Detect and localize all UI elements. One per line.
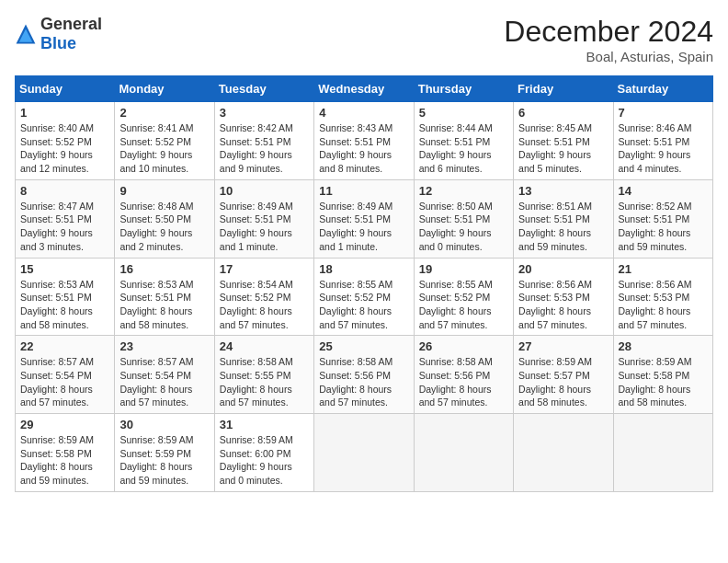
day-number: 5 xyxy=(419,106,508,120)
empty-cell xyxy=(414,414,513,492)
header-saturday: Saturday xyxy=(613,76,712,102)
day-details: Sunrise: 8:57 AMSunset: 5:54 PMDaylight:… xyxy=(119,356,193,408)
logo-icon xyxy=(15,23,37,45)
day-details: Sunrise: 8:56 AMSunset: 5:53 PMDaylight:… xyxy=(619,279,692,330)
day-cell: 17 Sunrise: 8:54 AMSunset: 5:52 PMDaylig… xyxy=(214,258,313,336)
day-details: Sunrise: 8:59 AMSunset: 5:57 PMDaylight:… xyxy=(518,356,592,408)
day-cell: 29 Sunrise: 8:59 AMSunset: 5:58 PMDaylig… xyxy=(16,414,115,492)
day-details: Sunrise: 8:44 AMSunset: 5:51 PMDaylight:… xyxy=(419,122,493,174)
header-tuesday: Tuesday xyxy=(214,76,313,102)
header-thursday: Thursday xyxy=(414,76,513,102)
day-number: 6 xyxy=(518,106,608,120)
day-number: 22 xyxy=(20,339,109,353)
day-cell: 9 Sunrise: 8:48 AMSunset: 5:50 PMDayligh… xyxy=(115,179,214,258)
day-cell: 27 Sunrise: 8:59 AMSunset: 5:57 PMDaylig… xyxy=(514,336,613,414)
day-cell: 10 Sunrise: 8:49 AMSunset: 5:51 PMDaylig… xyxy=(214,179,313,258)
day-number: 21 xyxy=(619,262,708,276)
day-cell: 4 Sunrise: 8:43 AMSunset: 5:51 PMDayligh… xyxy=(314,102,414,180)
day-details: Sunrise: 8:59 AMSunset: 5:58 PMDaylight:… xyxy=(20,434,94,486)
day-cell: 2 Sunrise: 8:41 AMSunset: 5:52 PMDayligh… xyxy=(115,102,214,180)
header-wednesday: Wednesday xyxy=(314,76,414,102)
calendar-week-row: 8 Sunrise: 8:47 AMSunset: 5:51 PMDayligh… xyxy=(16,179,713,258)
day-number: 24 xyxy=(220,339,309,353)
day-cell: 21 Sunrise: 8:56 AMSunset: 5:53 PMDaylig… xyxy=(613,258,712,336)
logo-general: General xyxy=(40,15,102,33)
day-number: 16 xyxy=(119,262,209,276)
day-number: 8 xyxy=(20,184,109,198)
logo-text: General Blue xyxy=(40,15,102,53)
day-number: 2 xyxy=(119,106,209,120)
day-cell: 24 Sunrise: 8:58 AMSunset: 5:55 PMDaylig… xyxy=(214,336,313,414)
day-details: Sunrise: 8:51 AMSunset: 5:51 PMDaylight:… xyxy=(518,201,592,252)
calendar-week-row: 29 Sunrise: 8:59 AMSunset: 5:58 PMDaylig… xyxy=(16,414,713,492)
day-cell: 22 Sunrise: 8:57 AMSunset: 5:54 PMDaylig… xyxy=(16,336,115,414)
day-details: Sunrise: 8:42 AMSunset: 5:51 PMDaylight:… xyxy=(220,122,293,174)
day-details: Sunrise: 8:49 AMSunset: 5:51 PMDaylight:… xyxy=(220,201,293,252)
calendar-week-row: 1 Sunrise: 8:40 AMSunset: 5:52 PMDayligh… xyxy=(16,102,713,180)
day-cell: 12 Sunrise: 8:50 AMSunset: 5:51 PMDaylig… xyxy=(414,179,513,258)
day-number: 7 xyxy=(619,106,708,120)
day-details: Sunrise: 8:48 AMSunset: 5:50 PMDaylight:… xyxy=(119,201,193,252)
day-details: Sunrise: 8:46 AMSunset: 5:51 PMDaylight:… xyxy=(619,122,692,174)
day-cell: 19 Sunrise: 8:55 AMSunset: 5:52 PMDaylig… xyxy=(414,258,513,336)
day-cell: 31 Sunrise: 8:59 AMSunset: 6:00 PMDaylig… xyxy=(214,414,313,492)
day-details: Sunrise: 8:58 AMSunset: 5:56 PMDaylight:… xyxy=(419,356,493,408)
day-number: 13 xyxy=(518,184,608,198)
day-cell: 18 Sunrise: 8:55 AMSunset: 5:52 PMDaylig… xyxy=(314,258,414,336)
day-number: 9 xyxy=(119,184,209,198)
header-monday: Monday xyxy=(115,76,214,102)
empty-cell xyxy=(514,414,613,492)
day-cell: 30 Sunrise: 8:59 AMSunset: 5:59 PMDaylig… xyxy=(115,414,214,492)
header-sunday: Sunday xyxy=(16,76,115,102)
day-number: 15 xyxy=(20,262,109,276)
day-details: Sunrise: 8:59 AMSunset: 6:00 PMDaylight:… xyxy=(220,434,293,486)
logo: General Blue xyxy=(15,15,102,53)
day-details: Sunrise: 8:49 AMSunset: 5:51 PMDaylight:… xyxy=(319,201,392,252)
day-cell: 26 Sunrise: 8:58 AMSunset: 5:56 PMDaylig… xyxy=(414,336,513,414)
day-details: Sunrise: 8:50 AMSunset: 5:51 PMDaylight:… xyxy=(419,201,493,252)
calendar-week-row: 15 Sunrise: 8:53 AMSunset: 5:51 PMDaylig… xyxy=(16,258,713,336)
header-friday: Friday xyxy=(514,76,613,102)
day-cell: 25 Sunrise: 8:58 AMSunset: 5:56 PMDaylig… xyxy=(314,336,414,414)
month-title: December 2024 xyxy=(504,15,713,49)
title-area: December 2024 Boal, Asturias, Spain xyxy=(504,15,713,64)
empty-cell xyxy=(613,414,712,492)
day-details: Sunrise: 8:59 AMSunset: 5:59 PMDaylight:… xyxy=(119,434,193,486)
day-cell: 5 Sunrise: 8:44 AMSunset: 5:51 PMDayligh… xyxy=(414,102,513,180)
day-details: Sunrise: 8:55 AMSunset: 5:52 PMDaylight:… xyxy=(419,279,493,330)
day-number: 29 xyxy=(20,418,109,431)
day-details: Sunrise: 8:43 AMSunset: 5:51 PMDaylight:… xyxy=(319,122,392,174)
day-cell: 15 Sunrise: 8:53 AMSunset: 5:51 PMDaylig… xyxy=(16,258,115,336)
day-details: Sunrise: 8:41 AMSunset: 5:52 PMDaylight:… xyxy=(119,122,193,174)
day-number: 23 xyxy=(119,339,209,353)
day-cell: 6 Sunrise: 8:45 AMSunset: 5:51 PMDayligh… xyxy=(514,102,613,180)
day-number: 25 xyxy=(319,339,408,353)
calendar-table: Sunday Monday Tuesday Wednesday Thursday… xyxy=(15,75,713,492)
day-details: Sunrise: 8:53 AMSunset: 5:51 PMDaylight:… xyxy=(119,279,193,330)
day-details: Sunrise: 8:55 AMSunset: 5:52 PMDaylight:… xyxy=(319,279,392,330)
day-details: Sunrise: 8:56 AMSunset: 5:53 PMDaylight:… xyxy=(518,279,592,330)
location-subtitle: Boal, Asturias, Spain xyxy=(504,49,713,64)
day-cell: 20 Sunrise: 8:56 AMSunset: 5:53 PMDaylig… xyxy=(514,258,613,336)
day-cell: 13 Sunrise: 8:51 AMSunset: 5:51 PMDaylig… xyxy=(514,179,613,258)
day-number: 10 xyxy=(220,184,309,198)
day-cell: 8 Sunrise: 8:47 AMSunset: 5:51 PMDayligh… xyxy=(16,179,115,258)
day-details: Sunrise: 8:52 AMSunset: 5:51 PMDaylight:… xyxy=(619,201,692,252)
day-number: 17 xyxy=(220,262,309,276)
day-details: Sunrise: 8:40 AMSunset: 5:52 PMDaylight:… xyxy=(20,122,94,174)
day-details: Sunrise: 8:58 AMSunset: 5:56 PMDaylight:… xyxy=(319,356,392,408)
day-number: 27 xyxy=(518,339,608,353)
day-cell: 3 Sunrise: 8:42 AMSunset: 5:51 PMDayligh… xyxy=(214,102,313,180)
day-details: Sunrise: 8:53 AMSunset: 5:51 PMDaylight:… xyxy=(20,279,94,330)
day-number: 14 xyxy=(619,184,708,198)
day-number: 3 xyxy=(220,106,309,120)
day-cell: 1 Sunrise: 8:40 AMSunset: 5:52 PMDayligh… xyxy=(16,102,115,180)
day-details: Sunrise: 8:58 AMSunset: 5:55 PMDaylight:… xyxy=(220,356,293,408)
day-number: 4 xyxy=(319,106,408,120)
empty-cell xyxy=(314,414,414,492)
day-number: 28 xyxy=(619,339,708,353)
day-number: 18 xyxy=(319,262,408,276)
day-number: 12 xyxy=(419,184,508,198)
day-number: 31 xyxy=(220,418,309,431)
day-details: Sunrise: 8:47 AMSunset: 5:51 PMDaylight:… xyxy=(20,201,94,252)
